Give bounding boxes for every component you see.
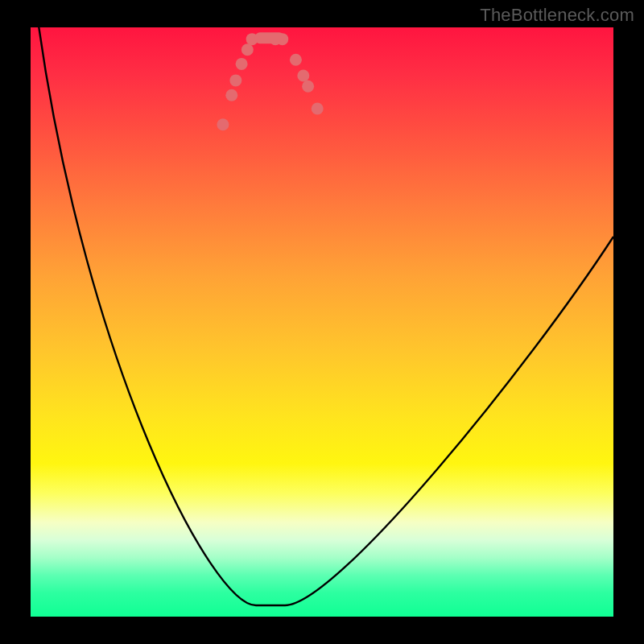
watermark-label: TheBottleneck.com (480, 5, 634, 26)
flat-segment-marker (255, 32, 284, 43)
data-marker (302, 80, 314, 93)
data-marker (242, 43, 254, 56)
data-markers (217, 33, 323, 130)
data-marker (290, 54, 302, 66)
curve-svg (31, 27, 613, 617)
data-marker (297, 70, 309, 82)
data-marker (312, 103, 324, 115)
data-marker (229, 74, 242, 86)
data-marker (217, 118, 229, 130)
data-marker (225, 89, 237, 101)
data-marker (236, 58, 248, 70)
bottleneck-curve (39, 26, 613, 605)
plot-area (31, 27, 613, 617)
chart-container: TheBottleneck.com (0, 0, 644, 644)
